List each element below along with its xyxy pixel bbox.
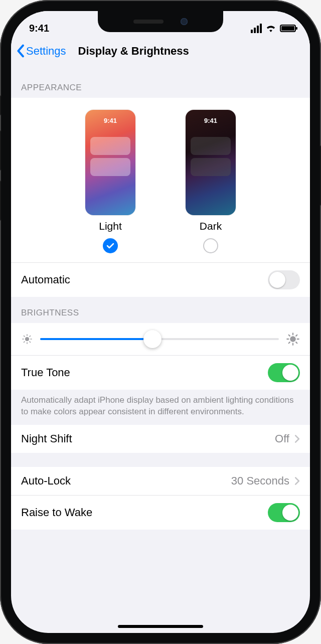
nav-bar: Settings Display & Brightness: [11, 39, 310, 67]
sun-small-icon: [21, 333, 33, 345]
dark-radio[interactable]: [203, 238, 218, 253]
status-time: 9:41: [29, 23, 49, 34]
true-tone-switch[interactable]: [268, 363, 300, 382]
svg-line-6: [30, 342, 30, 342]
sun-large-icon: [286, 332, 300, 346]
brightness-slider-row: [11, 323, 310, 355]
device-frame: 9:41 Settings Display & Brightness APPEA…: [0, 0, 321, 644]
brightness-group: True Tone: [11, 323, 310, 390]
automatic-row: Automatic: [11, 262, 310, 297]
auto-lock-group: Auto-Lock 30 Seconds Raise to Wake: [11, 467, 310, 530]
raise-to-wake-switch[interactable]: [268, 503, 300, 522]
auto-lock-value: 30 Seconds: [231, 474, 289, 488]
true-tone-label: True Tone: [21, 366, 70, 379]
night-shift-value: Off: [275, 432, 289, 445]
night-shift-row[interactable]: Night Shift Off: [11, 425, 310, 453]
brightness-slider[interactable]: [40, 338, 279, 340]
mute-switch-hw: [0, 95, 1, 115]
auto-lock-row[interactable]: Auto-Lock 30 Seconds: [11, 467, 310, 495]
wifi-icon: [265, 24, 276, 32]
chevron-right-icon: [294, 476, 300, 486]
svg-point-9: [290, 336, 296, 342]
svg-line-16: [289, 342, 290, 343]
home-indicator[interactable]: [118, 625, 203, 628]
screen: 9:41 Settings Display & Brightness APPEA…: [11, 11, 310, 633]
section-header-appearance: APPEARANCE: [11, 67, 310, 98]
raise-to-wake-row: Raise to Wake: [11, 495, 310, 530]
light-radio[interactable]: [103, 238, 118, 253]
dark-label: Dark: [200, 220, 222, 232]
svg-line-5: [24, 336, 25, 337]
volume-up-hw: [0, 130, 1, 171]
svg-line-7: [24, 342, 25, 342]
light-label: Light: [99, 220, 122, 232]
page-title: Display & Brightness: [78, 45, 189, 58]
checkmark-icon: [106, 243, 114, 249]
chevron-right-icon: [294, 434, 300, 443]
cellular-icon: [251, 24, 262, 33]
svg-line-17: [296, 335, 297, 336]
dark-preview-icon: 9:41: [186, 110, 236, 215]
status-icons: [251, 24, 296, 33]
auto-lock-label: Auto-Lock: [21, 474, 71, 488]
automatic-switch[interactable]: [268, 270, 300, 289]
volume-down-hw: [0, 181, 1, 221]
section-header-brightness: BRIGHTNESS: [11, 297, 310, 323]
automatic-label: Automatic: [21, 273, 70, 286]
appearance-option-dark[interactable]: 9:41 Dark: [186, 110, 236, 253]
night-shift-group: Night Shift Off: [11, 425, 310, 453]
true-tone-row: True Tone: [11, 355, 310, 390]
svg-point-0: [25, 337, 29, 341]
chevron-left-icon: [16, 44, 25, 58]
notch: [98, 11, 223, 32]
appearance-option-light[interactable]: 9:41 Light: [85, 110, 135, 253]
light-preview-icon: 9:41: [85, 110, 135, 215]
svg-line-8: [30, 336, 30, 337]
svg-line-14: [289, 335, 290, 336]
night-shift-label: Night Shift: [21, 432, 72, 445]
raise-to-wake-label: Raise to Wake: [21, 506, 92, 519]
appearance-options: 9:41 Light 9:41 Dark: [11, 98, 310, 262]
battery-icon: [280, 25, 296, 32]
true-tone-footer: Automatically adapt iPhone display based…: [11, 390, 310, 425]
content: APPEARANCE 9:41 Light: [11, 67, 310, 530]
appearance-group: 9:41 Light 9:41 Dark: [11, 98, 310, 297]
back-label: Settings: [26, 45, 66, 58]
svg-line-15: [296, 342, 297, 343]
back-button[interactable]: Settings: [16, 44, 66, 58]
